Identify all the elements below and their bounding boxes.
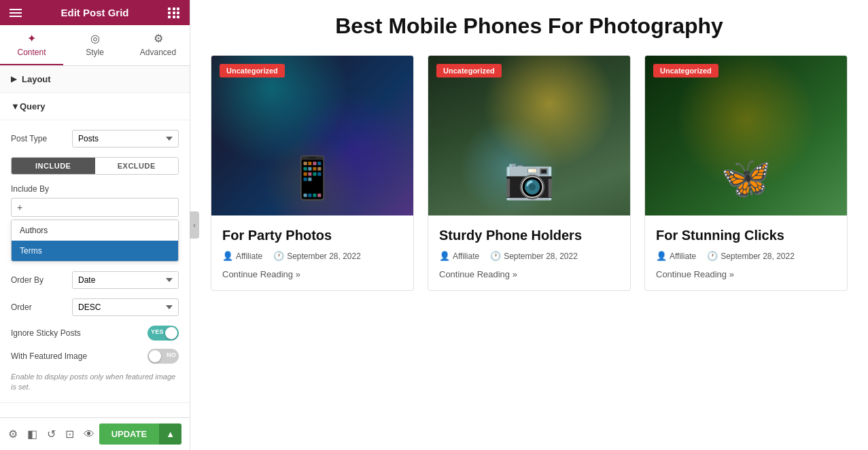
tab-style-label: Style <box>86 48 104 57</box>
toggle-no-label: NO <box>167 351 176 358</box>
settings-icon[interactable]: ⚙ <box>8 428 18 440</box>
post-body-party: For Party Photos 👤 Affiliate 🕐 September… <box>211 215 413 290</box>
author-icon: 👤 <box>439 251 450 261</box>
post-image-party <box>211 56 413 215</box>
query-section-header[interactable]: ▼ Query <box>0 93 190 120</box>
author-icon: 👤 <box>222 251 233 261</box>
grid-view-icon[interactable] <box>168 7 180 18</box>
post-image-wrap: Uncategorized <box>645 56 847 215</box>
tab-content[interactable]: ✦ Content <box>0 25 63 65</box>
layout-section-header[interactable]: ▶ Layout <box>0 66 190 93</box>
with-featured-label: With Featured Image <box>11 351 87 361</box>
post-image-sturdy <box>428 56 630 215</box>
post-image-wrap: Uncategorized <box>428 56 630 215</box>
ignore-sticky-toggle[interactable]: YES <box>147 326 179 341</box>
post-meta-sturdy: 👤 Affiliate 🕐 September 28, 2022 <box>439 251 619 261</box>
order-by-select[interactable]: Date Title Random <box>72 271 179 289</box>
query-section-body: Post Type Posts Pages Custom INCLUDE EXC… <box>0 120 190 403</box>
sidebar-tabs: ✦ Content ◎ Style ⚙ Advanced <box>0 25 190 66</box>
post-grid: Uncategorized For Party Photos 👤 Affilia… <box>211 55 848 291</box>
query-section-label: Query <box>20 101 46 111</box>
post-title-party: For Party Photos <box>222 226 402 244</box>
hamburger-icon[interactable] <box>10 9 22 17</box>
preview-icon[interactable]: 👁 <box>84 428 94 440</box>
post-author-wrap-sturdy: 👤 Affiliate <box>439 251 479 261</box>
ignore-sticky-row: Ignore Sticky Posts YES <box>11 326 179 341</box>
post-author-party: Affiliate <box>236 252 262 261</box>
order-label: Order <box>11 302 72 312</box>
sidebar-body: ▶ Layout ▼ Query Post Type Posts Pages C… <box>0 66 190 417</box>
post-badge-sturdy: Uncategorized <box>436 64 502 77</box>
post-type-select[interactable]: Posts Pages Custom <box>72 130 179 148</box>
main-content: Best Mobile Phones For Photography Uncat… <box>190 0 868 450</box>
dropdown-item-terms[interactable]: Terms <box>12 241 178 261</box>
responsive-icon[interactable]: ⊡ <box>65 428 74 440</box>
dropdown-item-authors[interactable]: Authors <box>12 220 178 241</box>
include-exclude-toggle: INCLUDE EXCLUDE <box>11 157 179 175</box>
content-icon: ✦ <box>27 32 36 45</box>
ignore-sticky-label: Ignore Sticky Posts <box>11 328 81 338</box>
post-date-wrap-stunning: 🕐 September 28, 2022 <box>707 251 795 261</box>
update-arrow-button[interactable]: ▲ <box>159 423 181 445</box>
history-icon[interactable]: ↺ <box>47 428 56 440</box>
query-arrow-icon: ▼ <box>11 101 20 111</box>
tab-style[interactable]: ◎ Style <box>63 25 126 65</box>
clock-icon: 🕐 <box>273 251 284 261</box>
post-card-sturdy[interactable]: Uncategorized Sturdy Phone Holders 👤 Aff… <box>428 55 631 291</box>
post-author-wrap-stunning: 👤 Affiliate <box>656 251 696 261</box>
post-date-wrap-party: 🕐 September 28, 2022 <box>273 251 361 261</box>
advanced-icon: ⚙ <box>154 32 163 45</box>
post-meta-stunning: 👤 Affiliate 🕐 September 28, 2022 <box>656 251 836 261</box>
post-type-label: Post Type <box>11 134 72 143</box>
layout-arrow-icon: ▶ <box>11 75 16 84</box>
post-author-sturdy: Affiliate <box>453 252 479 261</box>
post-date-stunning: September 28, 2022 <box>721 252 795 261</box>
post-title-stunning: For Stunning Clicks <box>656 226 836 244</box>
post-date-wrap-sturdy: 🕐 September 28, 2022 <box>490 251 578 261</box>
continue-reading-stunning[interactable]: Continue Reading » <box>656 269 836 279</box>
featured-note: Enable to display posts only when featur… <box>11 372 179 393</box>
with-featured-toggle[interactable]: NO <box>147 349 179 364</box>
exclude-button[interactable]: EXCLUDE <box>95 158 179 174</box>
post-type-row: Post Type Posts Pages Custom <box>11 130 179 148</box>
clock-icon: 🕐 <box>707 251 718 261</box>
post-date-party: September 28, 2022 <box>287 252 361 261</box>
post-card-party[interactable]: Uncategorized For Party Photos 👤 Affilia… <box>211 55 414 291</box>
style-icon: ◎ <box>90 32 100 45</box>
post-title-sturdy: Sturdy Phone Holders <box>439 226 619 244</box>
include-by-label: Include By <box>11 184 179 194</box>
toggle-yes-label: YES <box>151 328 164 335</box>
update-button-group[interactable]: UPDATE ▲ <box>99 423 181 445</box>
post-date-sturdy: September 28, 2022 <box>504 252 578 261</box>
post-card-stunning[interactable]: Uncategorized For Stunning Clicks 👤 Affi… <box>644 55 848 291</box>
order-by-row: Order By Date Title Random <box>11 271 179 289</box>
post-image-stunning <box>645 56 847 215</box>
order-row: Order DESC ASC <box>11 298 179 316</box>
include-by-dropdown: Authors Terms <box>11 220 179 262</box>
post-body-sturdy: Sturdy Phone Holders 👤 Affiliate 🕐 Septe… <box>428 215 630 290</box>
tab-content-label: Content <box>17 48 46 57</box>
order-select[interactable]: DESC ASC <box>72 298 179 316</box>
update-button[interactable]: UPDATE <box>99 423 159 445</box>
post-body-stunning: For Stunning Clicks 👤 Affiliate 🕐 Septem… <box>645 215 847 290</box>
include-button[interactable]: INCLUDE <box>12 158 95 174</box>
layers-icon[interactable]: ◧ <box>27 428 37 440</box>
post-author-stunning: Affiliate <box>670 252 696 261</box>
footer-icons: ⚙ ◧ ↺ ⊡ 👁 <box>8 428 94 440</box>
include-by-input[interactable] <box>28 199 178 215</box>
page-title: Best Mobile Phones For Photography <box>211 14 848 39</box>
with-featured-row: With Featured Image NO <box>11 349 179 364</box>
author-icon: 👤 <box>656 251 667 261</box>
post-image-wrap: Uncategorized <box>211 56 413 215</box>
collapse-handle[interactable]: ‹ <box>190 211 199 239</box>
sidebar: Edit Post Grid ✦ Content ◎ Style ⚙ Advan… <box>0 0 190 450</box>
tab-advanced[interactable]: ⚙ Advanced <box>126 25 190 65</box>
tab-advanced-label: Advanced <box>140 48 176 57</box>
order-by-label: Order By <box>11 275 72 285</box>
continue-reading-party[interactable]: Continue Reading » <box>222 269 402 279</box>
post-meta-party: 👤 Affiliate 🕐 September 28, 2022 <box>222 251 402 261</box>
include-by-input-wrap: + <box>11 198 179 217</box>
continue-reading-sturdy[interactable]: Continue Reading » <box>439 269 619 279</box>
layout-section-label: Layout <box>22 74 51 84</box>
plus-icon[interactable]: + <box>12 198 28 216</box>
